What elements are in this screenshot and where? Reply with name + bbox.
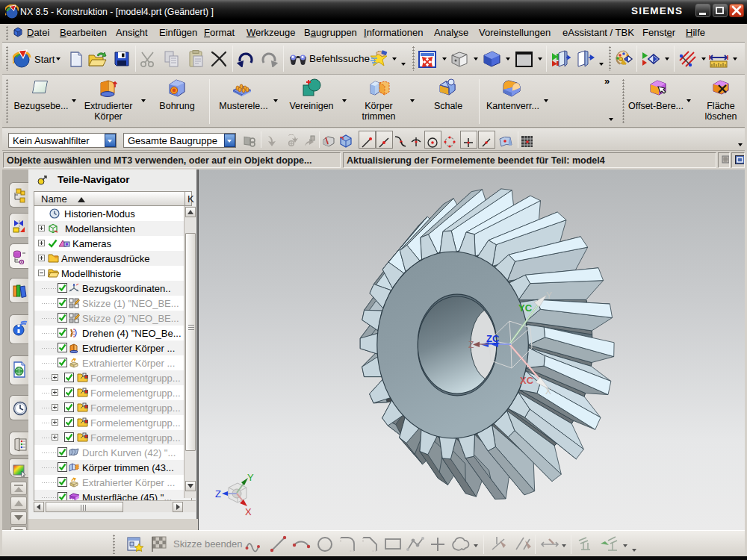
svg-text:Z: Z <box>215 488 221 500</box>
svg-text:Z: Z <box>468 340 474 350</box>
svg-text:X: X <box>245 506 252 517</box>
svg-text:YC: YC <box>518 302 533 314</box>
svg-text:XC: XC <box>520 375 534 386</box>
svg-text:Y: Y <box>546 290 552 301</box>
svg-text:Y: Y <box>247 472 254 483</box>
svg-text:ZC: ZC <box>486 333 500 344</box>
svg-text:X: X <box>545 386 551 396</box>
